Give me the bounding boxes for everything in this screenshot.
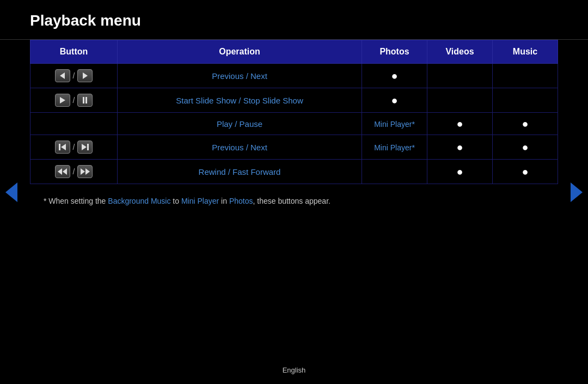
- footnote-suffix: , these buttons appear.: [253, 197, 330, 205]
- dot-indicator: ●: [391, 94, 397, 106]
- rew-tri-1: [58, 168, 62, 175]
- pause-button-icon: [77, 94, 93, 107]
- operation-cell-1: Previous / Next: [118, 64, 362, 88]
- dot-indicator: ●: [456, 118, 463, 130]
- music-cell-2: [493, 88, 558, 113]
- next-arrow-icon: [83, 72, 88, 79]
- music-cell-4: ●: [493, 135, 558, 160]
- table-row: / Previous / Next ●: [30, 64, 558, 88]
- videos-cell-2: [427, 88, 493, 113]
- mini-player-label: Mini Player*: [374, 120, 415, 129]
- footnote-mini-player: Mini Player: [181, 197, 219, 205]
- button-cell-1: /: [30, 64, 118, 88]
- prev-arrow-icon: [60, 72, 65, 79]
- button-cell-4: /: [30, 135, 118, 160]
- playback-table: Button Operation Photos Videos Music /: [30, 40, 558, 184]
- photos-cell-5: [362, 160, 427, 184]
- skip-prev-icon: [59, 144, 66, 150]
- videos-cell-4: ●: [427, 135, 493, 160]
- music-cell-1: [493, 64, 558, 88]
- footnote-bg-music: Background Music: [108, 197, 170, 205]
- rewind-icon: [58, 168, 67, 175]
- next-button-icon: [77, 69, 93, 82]
- footnote-photos: Photos: [229, 197, 253, 205]
- table-row: / Rewind / Fast Forward ● ●: [30, 160, 558, 184]
- header-operation: Operation: [118, 40, 362, 64]
- separator: /: [73, 71, 75, 80]
- table-header-row: Button Operation Photos Videos Music: [30, 40, 558, 64]
- photos-cell-1: ●: [362, 64, 427, 88]
- button-cell-3: [30, 113, 118, 135]
- music-cell-3: ●: [493, 113, 558, 135]
- footer-language: English: [283, 366, 306, 374]
- rewind-button-icon: [55, 165, 70, 178]
- button-cell-2: /: [30, 88, 118, 113]
- rew-tri-2: [63, 168, 67, 175]
- skip-next-button-icon: [77, 141, 93, 154]
- separator: /: [73, 143, 75, 151]
- operation-cell-5: Rewind / Fast Forward: [118, 160, 362, 184]
- videos-cell-5: ●: [427, 160, 493, 184]
- dot-indicator: ●: [391, 70, 397, 82]
- footnote-to: to: [170, 197, 181, 205]
- skip-prev-button-icon: [55, 141, 70, 154]
- videos-cell-3: ●: [427, 113, 493, 135]
- page-title: Playback menu: [0, 0, 588, 40]
- separator: /: [73, 167, 75, 176]
- footnote-in: in: [219, 197, 229, 205]
- ff-tri-2: [85, 168, 90, 175]
- header-photos: Photos: [362, 40, 427, 64]
- play-button-icon: [55, 94, 70, 107]
- prev-button-icon: [55, 69, 70, 82]
- header-music: Music: [493, 40, 558, 64]
- table-row: / Start Slide Show / Stop Slide Show ●: [30, 88, 558, 113]
- separator: /: [73, 96, 75, 105]
- dot-indicator: ●: [456, 141, 463, 153]
- operation-cell-2: Start Slide Show / Stop Slide Show: [118, 88, 362, 113]
- header-videos: Videos: [427, 40, 493, 64]
- pause-bar-2: [85, 97, 87, 103]
- operation-cell-4: Previous / Next: [118, 135, 362, 160]
- header-button: Button: [30, 40, 118, 64]
- dot-indicator: ●: [456, 166, 463, 178]
- footnote: * When setting the Background Music to M…: [0, 184, 588, 218]
- nav-next-button[interactable]: [571, 182, 583, 202]
- table-row: Play / Pause Mini Player* ● ●: [30, 113, 558, 135]
- pause-bar-1: [83, 97, 84, 103]
- dot-indicator: ●: [522, 166, 528, 178]
- play-icon: [60, 97, 65, 103]
- dot-indicator: ●: [522, 141, 528, 153]
- pause-icon: [83, 97, 87, 103]
- skip-next-icon: [82, 144, 89, 150]
- photos-cell-4: Mini Player*: [362, 135, 427, 160]
- mini-player-label: Mini Player*: [374, 143, 415, 152]
- music-cell-5: ●: [493, 160, 558, 184]
- fastforward-button-icon: [77, 165, 93, 178]
- nav-prev-button[interactable]: [5, 182, 17, 202]
- videos-cell-1: [427, 64, 493, 88]
- dot-indicator: ●: [522, 118, 528, 130]
- ff-tri-1: [81, 168, 85, 175]
- button-cell-5: /: [30, 160, 118, 184]
- photos-cell-2: ●: [362, 88, 427, 113]
- ff-icon: [81, 168, 90, 175]
- table-wrapper: Button Operation Photos Videos Music /: [0, 40, 588, 184]
- photos-cell-3: Mini Player*: [362, 113, 427, 135]
- table-row: / Previous / Next Mini Player* ● ●: [30, 135, 558, 160]
- footnote-prefix: * When setting the: [44, 197, 108, 205]
- operation-cell-3: Play / Pause: [118, 113, 362, 135]
